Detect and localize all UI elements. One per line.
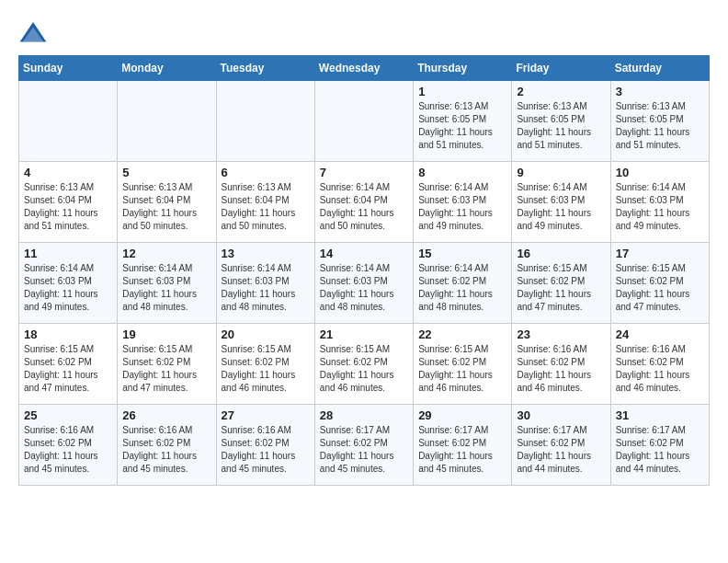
day-info: Sunrise: 6:13 AM Sunset: 6:04 PM Dayligh…	[222, 181, 310, 233]
day-number: 12	[122, 247, 210, 260]
day-info: Sunrise: 6:17 AM Sunset: 6:02 PM Dayligh…	[418, 424, 506, 476]
weekday-header-thursday: Thursday	[414, 56, 512, 81]
calendar-day-cell: 17Sunrise: 6:15 AM Sunset: 6:02 PM Dayli…	[610, 243, 709, 324]
day-number: 31	[616, 408, 704, 422]
calendar-day-cell: 2Sunrise: 6:13 AM Sunset: 6:05 PM Daylig…	[512, 81, 610, 162]
calendar-day-cell: 12Sunrise: 6:14 AM Sunset: 6:03 PM Dayli…	[118, 243, 216, 324]
day-info: Sunrise: 6:15 AM Sunset: 6:02 PM Dayligh…	[616, 262, 704, 314]
day-number: 28	[320, 408, 408, 422]
day-number: 8	[418, 166, 506, 179]
calendar-day-cell: 23Sunrise: 6:16 AM Sunset: 6:02 PM Dayli…	[512, 324, 610, 405]
day-number: 4	[24, 166, 112, 179]
day-number: 17	[616, 247, 704, 260]
day-info: Sunrise: 6:14 AM Sunset: 6:03 PM Dayligh…	[418, 181, 506, 233]
day-info: Sunrise: 6:15 AM Sunset: 6:02 PM Dayligh…	[320, 343, 408, 395]
day-number: 13	[222, 247, 310, 260]
day-info: Sunrise: 6:14 AM Sunset: 6:03 PM Dayligh…	[616, 181, 704, 233]
calendar-day-cell: 16Sunrise: 6:15 AM Sunset: 6:02 PM Dayli…	[512, 243, 610, 324]
day-number: 3	[616, 85, 704, 98]
page-header	[18, 18, 710, 48]
day-info: Sunrise: 6:17 AM Sunset: 6:02 PM Dayligh…	[517, 424, 605, 476]
day-number: 19	[122, 327, 210, 341]
calendar-day-cell: 29Sunrise: 6:17 AM Sunset: 6:02 PM Dayli…	[414, 405, 512, 486]
day-number: 24	[616, 327, 704, 341]
calendar-day-cell: 10Sunrise: 6:14 AM Sunset: 6:03 PM Dayli…	[610, 162, 709, 243]
weekday-header-tuesday: Tuesday	[216, 56, 314, 81]
calendar-day-cell: 11Sunrise: 6:14 AM Sunset: 6:03 PM Dayli…	[19, 243, 118, 324]
calendar-day-cell: 28Sunrise: 6:17 AM Sunset: 6:02 PM Dayli…	[314, 405, 413, 486]
day-info: Sunrise: 6:14 AM Sunset: 6:03 PM Dayligh…	[222, 262, 310, 314]
day-info: Sunrise: 6:13 AM Sunset: 6:05 PM Dayligh…	[616, 100, 704, 152]
day-info: Sunrise: 6:15 AM Sunset: 6:02 PM Dayligh…	[24, 343, 112, 395]
calendar-week-row: 11Sunrise: 6:14 AM Sunset: 6:03 PM Dayli…	[19, 243, 710, 324]
weekday-header-sunday: Sunday	[19, 56, 118, 81]
day-info: Sunrise: 6:15 AM Sunset: 6:02 PM Dayligh…	[517, 262, 605, 314]
day-number: 7	[320, 166, 408, 179]
calendar-day-cell: 3Sunrise: 6:13 AM Sunset: 6:05 PM Daylig…	[610, 81, 709, 162]
day-info: Sunrise: 6:14 AM Sunset: 6:03 PM Dayligh…	[122, 262, 210, 314]
day-info: Sunrise: 6:13 AM Sunset: 6:04 PM Dayligh…	[24, 181, 112, 233]
calendar-week-row: 1Sunrise: 6:13 AM Sunset: 6:05 PM Daylig…	[19, 81, 710, 162]
day-info: Sunrise: 6:16 AM Sunset: 6:02 PM Dayligh…	[24, 424, 112, 476]
calendar-day-cell: 8Sunrise: 6:14 AM Sunset: 6:03 PM Daylig…	[414, 162, 512, 243]
logo-icon	[18, 18, 48, 48]
calendar-day-cell: 26Sunrise: 6:16 AM Sunset: 6:02 PM Dayli…	[118, 405, 216, 486]
day-number: 14	[320, 247, 408, 260]
day-info: Sunrise: 6:14 AM Sunset: 6:03 PM Dayligh…	[320, 262, 408, 314]
calendar-week-row: 18Sunrise: 6:15 AM Sunset: 6:02 PM Dayli…	[19, 324, 710, 405]
day-number: 27	[222, 408, 310, 422]
day-number: 6	[222, 166, 310, 179]
calendar-day-cell: 18Sunrise: 6:15 AM Sunset: 6:02 PM Dayli…	[19, 324, 118, 405]
day-number: 25	[24, 408, 112, 422]
day-info: Sunrise: 6:15 AM Sunset: 6:02 PM Dayligh…	[222, 343, 310, 395]
day-info: Sunrise: 6:13 AM Sunset: 6:05 PM Dayligh…	[418, 100, 506, 152]
empty-day-cell	[19, 81, 118, 162]
day-info: Sunrise: 6:15 AM Sunset: 6:02 PM Dayligh…	[418, 343, 506, 395]
day-number: 11	[24, 247, 112, 260]
day-info: Sunrise: 6:13 AM Sunset: 6:04 PM Dayligh…	[122, 181, 210, 233]
day-info: Sunrise: 6:17 AM Sunset: 6:02 PM Dayligh…	[320, 424, 408, 476]
weekday-header-monday: Monday	[118, 56, 216, 81]
day-info: Sunrise: 6:16 AM Sunset: 6:02 PM Dayligh…	[616, 343, 704, 395]
day-number: 2	[517, 85, 605, 98]
calendar-day-cell: 20Sunrise: 6:15 AM Sunset: 6:02 PM Dayli…	[216, 324, 314, 405]
day-info: Sunrise: 6:14 AM Sunset: 6:03 PM Dayligh…	[24, 262, 112, 314]
day-info: Sunrise: 6:14 AM Sunset: 6:02 PM Dayligh…	[418, 262, 506, 314]
calendar-week-row: 4Sunrise: 6:13 AM Sunset: 6:04 PM Daylig…	[19, 162, 710, 243]
calendar-day-cell: 22Sunrise: 6:15 AM Sunset: 6:02 PM Dayli…	[414, 324, 512, 405]
calendar-day-cell: 19Sunrise: 6:15 AM Sunset: 6:02 PM Dayli…	[118, 324, 216, 405]
day-number: 10	[616, 166, 704, 179]
day-number: 9	[517, 166, 605, 179]
calendar-day-cell: 6Sunrise: 6:13 AM Sunset: 6:04 PM Daylig…	[216, 162, 314, 243]
calendar-table: SundayMondayTuesdayWednesdayThursdayFrid…	[18, 55, 710, 486]
empty-day-cell	[216, 81, 314, 162]
day-info: Sunrise: 6:13 AM Sunset: 6:05 PM Dayligh…	[517, 100, 605, 152]
day-number: 20	[222, 327, 310, 341]
calendar-day-cell: 25Sunrise: 6:16 AM Sunset: 6:02 PM Dayli…	[19, 405, 118, 486]
weekday-header-saturday: Saturday	[610, 56, 709, 81]
day-number: 16	[517, 247, 605, 260]
calendar-day-cell: 1Sunrise: 6:13 AM Sunset: 6:05 PM Daylig…	[414, 81, 512, 162]
day-info: Sunrise: 6:15 AM Sunset: 6:02 PM Dayligh…	[122, 343, 210, 395]
calendar-day-cell: 9Sunrise: 6:14 AM Sunset: 6:03 PM Daylig…	[512, 162, 610, 243]
calendar-day-cell: 4Sunrise: 6:13 AM Sunset: 6:04 PM Daylig…	[19, 162, 118, 243]
logo	[18, 18, 51, 48]
day-info: Sunrise: 6:16 AM Sunset: 6:02 PM Dayligh…	[517, 343, 605, 395]
calendar-day-cell: 5Sunrise: 6:13 AM Sunset: 6:04 PM Daylig…	[118, 162, 216, 243]
day-number: 22	[418, 327, 506, 341]
day-info: Sunrise: 6:16 AM Sunset: 6:02 PM Dayligh…	[222, 424, 310, 476]
day-info: Sunrise: 6:14 AM Sunset: 6:03 PM Dayligh…	[517, 181, 605, 233]
calendar-day-cell: 24Sunrise: 6:16 AM Sunset: 6:02 PM Dayli…	[610, 324, 709, 405]
weekday-header-row: SundayMondayTuesdayWednesdayThursdayFrid…	[19, 56, 710, 81]
weekday-header-wednesday: Wednesday	[314, 56, 413, 81]
day-number: 26	[122, 408, 210, 422]
empty-day-cell	[314, 81, 413, 162]
day-number: 21	[320, 327, 408, 341]
calendar-day-cell: 27Sunrise: 6:16 AM Sunset: 6:02 PM Dayli…	[216, 405, 314, 486]
calendar-day-cell: 21Sunrise: 6:15 AM Sunset: 6:02 PM Dayli…	[314, 324, 413, 405]
empty-day-cell	[118, 81, 216, 162]
day-info: Sunrise: 6:14 AM Sunset: 6:04 PM Dayligh…	[320, 181, 408, 233]
day-info: Sunrise: 6:16 AM Sunset: 6:02 PM Dayligh…	[122, 424, 210, 476]
calendar-day-cell: 15Sunrise: 6:14 AM Sunset: 6:02 PM Dayli…	[414, 243, 512, 324]
day-number: 30	[517, 408, 605, 422]
